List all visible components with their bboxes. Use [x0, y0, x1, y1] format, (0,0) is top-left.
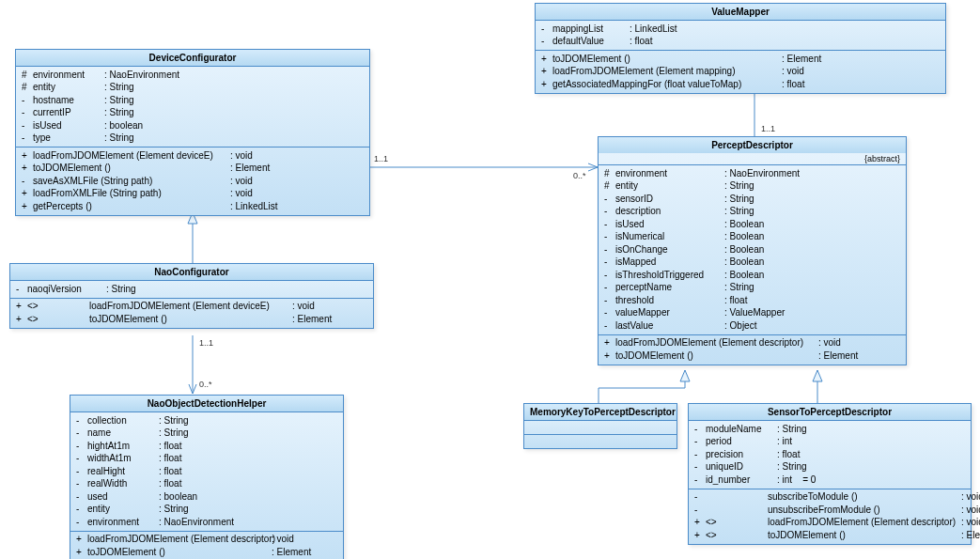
attribute-row: -defaultValue: float — [541, 36, 940, 49]
ops-section: +loadFromJDOMElement (Element descriptor… — [70, 532, 343, 560]
operation-row: +toJDOMElement (): Element — [76, 546, 337, 559]
attribute-row: -naoqiVersion: String — [16, 283, 367, 296]
class-title: NaoConfigurator — [10, 264, 373, 281]
ops-section: +loadFromJDOMElement (Element deviceE): … — [16, 148, 369, 215]
operation-row: +getPercepts (): LinkedList — [22, 200, 364, 213]
operation-row: +toJDOMElement (): Element — [22, 163, 364, 176]
operation-row: +loadFromJDOMElement (Element deviceE): … — [22, 149, 364, 163]
operation-row: +loadFromJDOMElement (Element descriptor… — [604, 337, 900, 350]
attrs-section: -moduleName: String-period: int-precisio… — [689, 421, 971, 489]
ops-section: +loadFromJDOMElement (Element descriptor… — [599, 335, 906, 365]
attribute-row: -isThresholdTriggered: Boolean — [604, 269, 900, 282]
attribute-row: -isNumerical: Boolean — [604, 231, 900, 244]
attribute-row: -currentIP: String — [22, 107, 364, 120]
class-NaoConfigurator: NaoConfigurator -naoqiVersion: String +<… — [9, 263, 374, 329]
operation-row: +<>loadFromJDOMElement (Element deviceE)… — [16, 301, 367, 314]
operation-row: +<>loadFromJDOMElement (Element descript… — [694, 517, 965, 530]
attribute-row: -hostname: String — [22, 94, 364, 107]
attribute-row: -hightAt1m: float — [76, 440, 337, 453]
class-PerceptDescriptor: PerceptDescriptor {abstract} #environmen… — [598, 136, 907, 365]
attribute-row: -isUsed: Boolean — [604, 218, 900, 231]
attribute-row: -isMapped: Boolean — [604, 256, 900, 270]
operation-row: +<>toJDOMElement (): Element — [16, 313, 367, 326]
attribute-row: -period: int — [694, 436, 965, 449]
class-title: SensorToPerceptDescriptor — [689, 404, 971, 421]
attribute-row: -mappingList: LinkedList — [541, 23, 940, 36]
attribute-row: #entity: String — [22, 82, 364, 95]
attribute-row: -id_number: int = 0 — [694, 474, 965, 487]
ops-section: +toJDOMElement (): Element+loadFromJDOME… — [536, 51, 945, 93]
attribute-row: -uniqueID: String — [694, 461, 965, 474]
attrs-section: -collection: String-name: String-hightAt… — [70, 412, 343, 532]
mult-pd-vm-bottom: 1..1 — [761, 124, 775, 133]
mult-dc-pd-left: 1..1 — [374, 154, 388, 163]
operation-row: +toJDOMElement (): Element — [541, 53, 940, 66]
operation-row: +toJDOMElement (): Element — [604, 349, 900, 363]
attribute-row: #environment: NaoEnvironment — [22, 69, 364, 82]
ops-section: +<>loadFromJDOMElement (Element deviceE)… — [10, 299, 373, 328]
class-title: DeviceConfigurator — [16, 50, 369, 67]
operation-row: +<>toJDOMElement (): Element — [694, 529, 965, 542]
attribute-row: -lastValue: Object — [604, 319, 900, 333]
mult-nc-nodh-top: 1..1 — [199, 338, 213, 348]
attribute-row: -perceptName: String — [604, 282, 900, 295]
class-DeviceConfigurator: DeviceConfigurator #environment: NaoEnvi… — [15, 49, 370, 216]
class-MemoryKeyToPerceptDescriptor: MemoryKeyToPerceptDescriptor — [523, 403, 677, 449]
attrs-section: -naoqiVersion: String — [10, 281, 373, 299]
attrs-section — [524, 421, 677, 435]
class-title: ValueMapper — [536, 4, 945, 21]
attribute-row: -realWidth: float — [76, 478, 337, 491]
class-ValueMapper: ValueMapper -mappingList: LinkedList-def… — [535, 3, 946, 94]
mult-dc-pd-right: 0..* — [573, 171, 586, 180]
attribute-row: -sensorID: String — [604, 193, 900, 206]
ops-section: -subscribeToModule (): void-unsubscribeF… — [689, 489, 971, 544]
class-title: NaoObjectDetectionHelper — [70, 396, 343, 412]
operation-row: -saveAsXMLFile (String path): void — [22, 175, 364, 188]
attribute-row: -collection: String — [76, 414, 337, 427]
attribute-row: #entity: String — [604, 180, 900, 194]
operation-row: +getAssociatedMappingFor (float valueToM… — [541, 78, 940, 91]
attribute-row: #environment: NaoEnvironment — [604, 167, 900, 180]
attrs-section: #environment: NaoEnvironment#entity: Str… — [16, 67, 369, 148]
operation-row: +loadFromJDOMElement (Element mapping): … — [541, 66, 940, 79]
attribute-row: -environment: NaoEnvironment — [76, 516, 337, 529]
attribute-row: -moduleName: String — [694, 423, 965, 436]
class-SensorToPerceptDescriptor: SensorToPerceptDescriptor -moduleName: S… — [688, 403, 972, 545]
attribute-row: -used: boolean — [76, 490, 337, 504]
attribute-row: -description: String — [604, 206, 900, 219]
operation-row: +loadFromXMLFile (String path): void — [22, 188, 364, 201]
attribute-row: -valueMapper: ValueMapper — [604, 307, 900, 320]
attribute-row: -entity: String — [76, 504, 337, 517]
attribute-row: -threshold: float — [604, 294, 900, 307]
attribute-row: -realHight: float — [76, 465, 337, 478]
attribute-row: -isUsed: boolean — [22, 119, 364, 132]
operation-row: -subscribeToModule (): void — [694, 491, 965, 505]
operation-row: -unsubscribeFromModule (): void — [694, 504, 965, 517]
attribute-row: -name: String — [76, 427, 337, 441]
operation-row: +loadFromJDOMElement (Element descriptor… — [76, 534, 337, 547]
attrs-section: -mappingList: LinkedList-defaultValue: f… — [536, 21, 945, 51]
ops-section — [524, 435, 677, 448]
class-title: PerceptDescriptor — [599, 137, 906, 153]
mult-nc-nodh-bottom: 0..* — [199, 380, 212, 389]
attribute-row: -precision: float — [694, 448, 965, 461]
class-NaoObjectDetectionHelper: NaoObjectDetectionHelper -collection: St… — [70, 395, 344, 559]
attribute-row: -isOnChange: Boolean — [604, 243, 900, 256]
attrs-section: #environment: NaoEnvironment#entity: Str… — [599, 165, 906, 335]
class-title: MemoryKeyToPerceptDescriptor — [524, 404, 677, 421]
attribute-row: -widthAt1m: float — [76, 453, 337, 466]
attribute-row: -type: String — [22, 132, 364, 146]
class-stereotype: {abstract} — [599, 153, 906, 165]
